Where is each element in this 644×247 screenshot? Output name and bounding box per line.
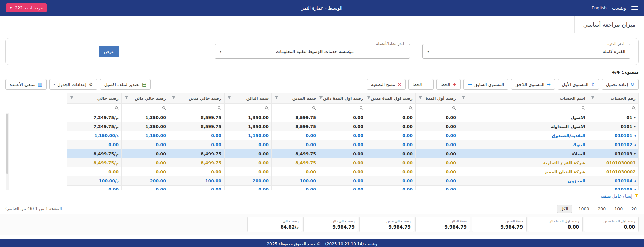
column-filter-input[interactable] (369, 105, 407, 111)
account-number-cell[interactable]: ◂010105 (588, 186, 639, 190)
filter-panel: اختر الفترة الفترة كاملة ▾ اختر نشاط/أنش… (5, 38, 639, 65)
account-number-link[interactable]: 010104 (615, 178, 632, 183)
account-number-cell[interactable]: ◂010104 (588, 176, 639, 186)
account-number-link[interactable]: 010102 (615, 142, 632, 147)
table-settings-button[interactable]: ⚙إعدادات الجدول▾ (49, 79, 97, 90)
table-row[interactable]: ◂010104المخزون0.000.000.00100.00200.0010… (67, 176, 639, 186)
expand-caret-icon[interactable]: ▾ (634, 152, 636, 156)
column-filter-input[interactable] (275, 105, 310, 111)
filter-funnel-icon[interactable] (319, 96, 323, 101)
column-header[interactable]: قيمة المدين (272, 93, 319, 104)
next-level-button[interactable]: →المستوى اللاحق (511, 79, 555, 90)
account-number-cell[interactable]: 0101030002 (588, 167, 639, 176)
scrollbar-thumb[interactable] (6, 114, 8, 174)
account-number-cell[interactable]: ◂010101 (588, 131, 639, 140)
column-header[interactable]: رصيد حالي دائن (122, 93, 169, 104)
column-header[interactable]: اسم الحساب (459, 93, 588, 104)
column-filter-input[interactable] (70, 105, 113, 111)
column-header[interactable]: رصيد حالي (67, 93, 122, 104)
page-size-option[interactable]: الكل (557, 205, 572, 213)
show-button[interactable]: عرض (99, 46, 119, 57)
account-number-cell[interactable]: ▾01 (588, 113, 639, 122)
drill-arrow-icon[interactable]: ◂ (634, 186, 636, 190)
first-level-button[interactable]: ↥المستوى الأول (558, 79, 599, 90)
column-header[interactable]: رصيد أول المدة (416, 93, 459, 104)
table-row[interactable]: 0101030002شركة البنيان المميز0.000.000.0… (67, 167, 639, 176)
filter-funnel-icon[interactable] (172, 96, 176, 101)
line-minus-button[interactable]: —الخط (408, 79, 434, 90)
filter-funnel-icon[interactable] (227, 96, 231, 101)
filter-funnel-icon[interactable] (591, 96, 595, 101)
table-row[interactable]: ◂010101النقدية/الصندوق0.000.000.000.001,… (67, 131, 639, 140)
account-number-link[interactable]: 010101 (615, 133, 632, 138)
drill-arrow-icon[interactable]: ◂ (634, 179, 636, 183)
account-number-link[interactable]: 010105 (615, 186, 632, 190)
page-size-option[interactable]: 100 (612, 205, 625, 213)
page-size-option[interactable]: 20 (629, 205, 639, 213)
period-select[interactable]: اختر الفترة الفترة كاملة ▾ (422, 44, 630, 59)
menu-icon[interactable] (631, 6, 638, 10)
account-number-cell[interactable]: ▾010103 (588, 149, 639, 158)
drill-arrow-icon[interactable]: ◂ (634, 143, 636, 147)
column-picker-button[interactable]: ▥منتقي الأعمدة (5, 79, 47, 90)
export-excel-button[interactable]: ▤تصدير لملف اكسيل (100, 79, 151, 90)
table-row[interactable]: ▾0101الاصول المتداولة0.000.000.008,599.7… (67, 122, 639, 131)
value-cell: 0.00 (319, 131, 366, 140)
value-cell: 0.00 (122, 149, 169, 158)
activity-select[interactable]: اختر نشاط/أنشطة مؤسسة خدمات الوسيط لتقني… (215, 44, 410, 59)
brand-name[interactable]: ويتسب (612, 5, 626, 11)
account-number-cell[interactable]: ◂010102 (588, 140, 639, 149)
table-row[interactable]: 0101030001شركة الفرج التجارية0.000.000.0… (67, 158, 639, 167)
column-filter-input[interactable] (418, 105, 450, 111)
column-header[interactable]: رصيد اول المدة دائن (319, 93, 366, 104)
account-number-link[interactable]: 0101030001 (606, 160, 636, 165)
level-indicator: مستوى: 4/4 (5, 70, 639, 76)
search-icon (581, 105, 585, 111)
value-cell: 0.00 (319, 167, 366, 176)
column-filter-input[interactable] (322, 105, 357, 111)
total-card-label: قيمة الدائن (419, 219, 467, 223)
expand-caret-icon[interactable]: ▾ (634, 116, 636, 119)
column-filter-input[interactable] (591, 105, 630, 111)
column-filter-input[interactable] (172, 105, 215, 111)
table-row[interactable]: ◂0101050.000.000.000.000.000.000.000.00 (67, 186, 639, 190)
table-row[interactable]: ▾01الاصول0.000.000.008,599.751,350.008,5… (67, 113, 639, 122)
table-row[interactable]: ▾010103العملاء0.000.000.008,499.750.008,… (67, 149, 639, 158)
column-filter-input[interactable] (227, 105, 263, 111)
language-link[interactable]: English (592, 5, 607, 10)
prev-level-button[interactable]: المستوى السابق← (463, 79, 508, 90)
value-cell: 0.00 (272, 167, 319, 176)
column-header[interactable]: رصيد حالي مدين (169, 93, 225, 104)
column-filter-input[interactable] (125, 105, 160, 111)
vertical-scrollbar[interactable] (6, 113, 9, 190)
create-filter-link[interactable]: إنشاء عامل تصفية (601, 194, 632, 199)
account-number-cell[interactable]: 0101030001 (588, 158, 639, 167)
column-header[interactable]: رقم الحساب (588, 93, 639, 104)
filter-funnel-icon[interactable] (70, 96, 74, 101)
value-cell: 8,599.75 (272, 113, 319, 122)
column-filter-input[interactable] (462, 105, 579, 111)
user-greeting-button[interactable]: مرحبا احمد 222 ▾ (6, 3, 47, 12)
filter-funnel-icon[interactable] (275, 96, 278, 101)
account-number-link[interactable]: 010103 (615, 151, 632, 156)
reload-button[interactable]: ↻إعادة تحميل (602, 79, 639, 90)
filter-funnel-icon[interactable] (418, 96, 422, 101)
account-number-link[interactable]: 0101030002 (606, 169, 636, 174)
account-number-link[interactable]: 01 (627, 115, 632, 120)
cell-value: 0.00 (446, 178, 456, 183)
line-plus-button[interactable]: +الخط (436, 79, 461, 90)
column-header[interactable]: قيمة الدائن (225, 93, 272, 104)
table-row[interactable]: ◂010102البنوك0.000.000.000.000.000.000.0… (67, 140, 639, 149)
account-number-link[interactable]: 0101 (621, 124, 632, 129)
drill-arrow-icon[interactable]: ◂ (634, 134, 636, 137)
filter-funnel-icon[interactable] (125, 96, 128, 101)
clear-filter-button[interactable]: ×مسح التصفية (367, 79, 406, 90)
filter-funnel-icon[interactable] (367, 96, 371, 101)
gear-icon: ⚙ (89, 82, 93, 87)
account-number-cell[interactable]: ▾0101 (588, 122, 639, 131)
column-header[interactable]: رصيد اول المدة مدين (366, 93, 416, 104)
page-size-option[interactable]: 200 (596, 205, 608, 213)
expand-caret-icon[interactable]: ▾ (634, 125, 636, 128)
page-size-option[interactable]: 1000 (577, 205, 591, 213)
filter-funnel-icon[interactable] (462, 96, 465, 101)
